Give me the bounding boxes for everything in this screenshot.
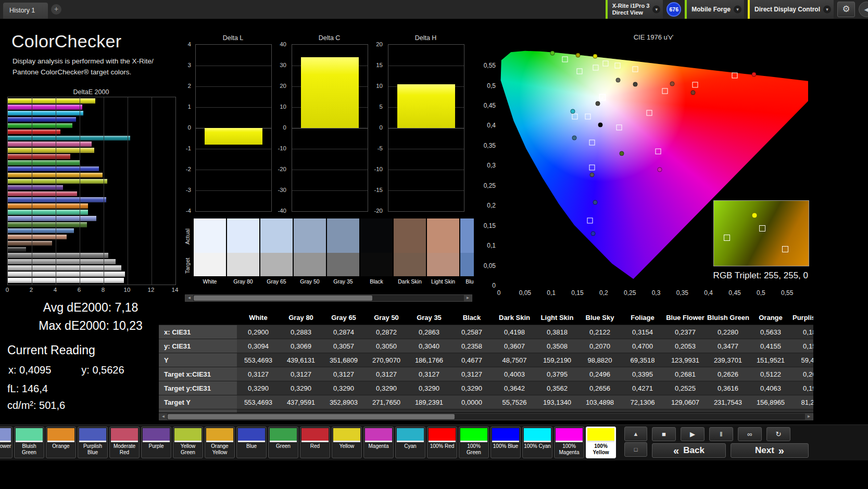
axis-tick: 0,3 (652, 289, 661, 297)
axis-tick: -5 (378, 145, 383, 151)
deltae-bar (8, 259, 116, 264)
table-cell: 0,3127 (365, 367, 408, 381)
cie-target-square (662, 88, 668, 94)
current-cdm2: cd/m²: 501,6 (7, 400, 65, 411)
table-cell: 0,3290 (365, 381, 408, 395)
pattern-button[interactable]: 100% Magenta (554, 427, 584, 458)
table-cell: 5,4965 (578, 409, 621, 413)
deltae-bar (8, 136, 130, 141)
table-cell: 0,2618 (792, 367, 813, 381)
pattern-button[interactable]: Yellow (332, 427, 362, 458)
pattern-button[interactable]: Blue Flower (0, 427, 12, 458)
pattern-button[interactable]: Blue (236, 427, 267, 458)
pattern-button[interactable]: 100% Yellow (586, 427, 616, 458)
back-button[interactable]: « Back (652, 443, 726, 458)
pattern-button[interactable]: Cyan (395, 427, 425, 458)
delta-l-ticks: 43210-1-2-3-4 (180, 44, 193, 211)
target-swatch (194, 253, 226, 276)
table-cell: 0,2587 (450, 325, 493, 339)
next-arrow-icon: » (778, 445, 784, 457)
table-cell: 0,3127 (237, 367, 280, 381)
chevron-left-icon: ◀ (864, 6, 868, 12)
table-cell: 0,2377 (664, 325, 707, 339)
pattern-window-button[interactable]: □ (624, 442, 647, 457)
pattern-swatch (47, 428, 74, 442)
pattern-button[interactable]: 100% Blue (490, 427, 521, 458)
pattern-label: Blue Flower (0, 443, 12, 449)
cie-target-square (589, 139, 595, 145)
cie-target-square (603, 61, 609, 67)
pattern-button[interactable]: Orange (46, 427, 76, 458)
deltae-bar (8, 141, 92, 147)
deltae-bar (8, 228, 74, 234)
pattern-up-button[interactable]: ▲ (624, 427, 647, 441)
table-cell: 1,5035 (450, 409, 493, 413)
axis-tick: 10 (280, 104, 286, 110)
target-row-label: Target (184, 254, 192, 277)
cie-target-square (589, 165, 595, 171)
continuous-read-button[interactable]: ∞ (738, 427, 762, 441)
source-dropdown[interactable]: Mobile Forge ▾ (685, 0, 744, 19)
cie-measurement-dot (550, 51, 555, 56)
pattern-button[interactable]: 100% Green (459, 427, 489, 458)
axis-tick: -40 (278, 208, 286, 214)
pattern-button[interactable]: Red (300, 427, 330, 458)
pattern-button[interactable]: 100% Cyan (522, 427, 552, 458)
table-cell: 129,0607 (664, 395, 707, 409)
table-scrollbar[interactable]: ◄ ► (159, 413, 813, 420)
axis-tick: 0 (380, 124, 383, 131)
actual-swatch (194, 218, 226, 253)
actual-swatch (294, 218, 326, 253)
column-header: Gray 80 (280, 310, 322, 325)
pattern-button[interactable]: Bluish Green (14, 427, 44, 458)
axis-tick: 0,5 (757, 289, 765, 297)
table-cell: 0,4155 (749, 339, 792, 353)
scrollbar-thumb[interactable] (168, 414, 455, 419)
scroll-right-icon[interactable]: ► (464, 295, 472, 301)
row-label: Y (159, 353, 237, 367)
scroll-left-icon[interactable]: ◄ (185, 295, 193, 301)
pattern-button[interactable]: Orange Yellow (205, 427, 235, 458)
scroll-right-icon[interactable]: ► (805, 414, 813, 420)
swatch-column: Gray 35 (327, 218, 359, 292)
collapse-panel-button[interactable]: ◀ (859, 2, 868, 17)
deltae-bar (8, 265, 121, 271)
pattern-label: Purplish Blue (78, 443, 107, 456)
play-button[interactable]: ▶ (681, 427, 705, 441)
pattern-button[interactable]: Yellow Green (173, 427, 203, 458)
table-cell: 0,2883 (280, 325, 322, 339)
scroll-left-icon[interactable]: ◄ (159, 414, 167, 420)
add-tab-button[interactable]: + (51, 4, 61, 15)
next-button[interactable]: Next » (731, 443, 809, 458)
pause-button[interactable]: ‖ (709, 427, 733, 441)
history-tab[interactable]: History 1 (3, 3, 48, 19)
pattern-button[interactable]: Purplish Blue (78, 427, 108, 458)
table-cell: 193,1340 (536, 395, 578, 409)
delta-h-bar (397, 84, 455, 128)
settings-button[interactable]: ⚙ (837, 2, 855, 17)
stop-button[interactable]: ■ (652, 427, 676, 441)
axis-tick: 2 (188, 83, 191, 89)
table-cell: 553,4693 (237, 395, 280, 409)
pattern-button[interactable]: Purple (141, 427, 171, 458)
swatch-label: White (194, 278, 226, 285)
deltae-bar (8, 166, 99, 172)
display-control-dropdown[interactable]: Direct Display Control ▾ (748, 0, 834, 19)
page-title: Col​orChecker (11, 31, 121, 52)
meter-dropdown[interactable]: X-Rite i1Pro 3 Direct View ▾ (606, 0, 663, 19)
table-cell: 0,2122 (578, 325, 621, 339)
axis-tick: 8 (102, 287, 105, 293)
table-row: x: CIE310,29000,28830,28740,28720,28630,… (159, 325, 813, 339)
table-cell: 437,9591 (280, 395, 322, 409)
swatch-scrollbar[interactable]: ◄ ► (185, 294, 472, 302)
pattern-button[interactable]: Magenta (363, 427, 394, 458)
stack-controls: ▲□ (624, 427, 647, 457)
pattern-button[interactable]: Moderate Red (109, 427, 140, 458)
pattern-button[interactable]: Green (268, 427, 298, 458)
scrollbar-thumb[interactable] (194, 295, 372, 301)
pattern-buttons: Blue FlowerBluish GreenOrangePurplish Bl… (1, 427, 616, 458)
refresh-button[interactable]: ↻ (766, 427, 790, 441)
current-fl: fL: 146,4 (7, 383, 48, 395)
pattern-button[interactable]: 100% Red (427, 427, 457, 458)
table-cell: 0,4700 (621, 339, 664, 353)
